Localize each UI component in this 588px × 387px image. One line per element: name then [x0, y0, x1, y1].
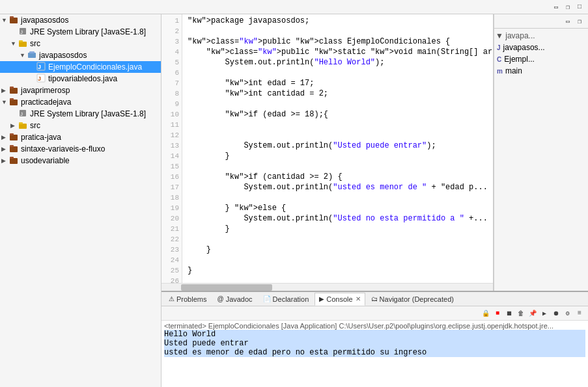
- code-line: [188, 276, 493, 283]
- svg-rect-15: [10, 98, 14, 100]
- line-num: 25: [164, 265, 179, 276]
- code-line: } "kw">else {: [188, 203, 493, 213]
- tab-javadoc[interactable]: @ Javadoc: [212, 293, 257, 306]
- line-num: 10: [164, 109, 179, 120]
- tab-javadoc-label: Javadoc: [226, 295, 253, 303]
- line-num: 19: [164, 203, 179, 213]
- console-terminate-icon[interactable]: ■: [492, 308, 503, 319]
- line-num: 2: [164, 26, 179, 36]
- svg-rect-24: [10, 158, 18, 164]
- console-icon5[interactable]: ≡: [574, 308, 585, 319]
- code-line: [188, 26, 493, 36]
- console-icon4[interactable]: ⚙: [563, 308, 573, 319]
- tab-declaration[interactable]: 📄 Declaration: [259, 293, 314, 306]
- tree-item-src-javapasosdos[interactable]: ▼src: [0, 38, 161, 49]
- outline-item-2[interactable]: mmain: [496, 65, 587, 77]
- tree-item-javaprimerosp[interactable]: ▶javaprimerosp: [0, 85, 161, 96]
- tree-item-pkg-javapasosdos[interactable]: ▼javapasosdos: [0, 49, 161, 61]
- svg-text:J: J: [38, 75, 41, 82]
- tree-label: src: [30, 39, 40, 48]
- outline-icon: C: [497, 56, 501, 63]
- tab-navigator[interactable]: 🗂 Navigator (Deprecated): [367, 293, 458, 306]
- console-terminated-text: <terminated> EjemploCondicionales [Java …: [164, 322, 585, 330]
- line-num: 6: [164, 68, 179, 78]
- console-pin-icon[interactable]: 📌: [527, 308, 538, 319]
- tree-label: javapasosdos: [21, 16, 68, 25]
- tree-label: javaprimerosp: [21, 86, 70, 95]
- tree-icon-project: [9, 85, 20, 96]
- hscroll-thumb[interactable]: [181, 284, 272, 291]
- tab-declaration-label: Declaration: [273, 295, 309, 303]
- right-panel: 1234567891011121314151617181920212223242…: [161, 14, 588, 387]
- tree-item-sintaxe-variaveis[interactable]: ▶sintaxe-variaveis-e-fluxo: [0, 143, 161, 155]
- code-line: }: [188, 224, 493, 234]
- console-icon2[interactable]: ▶: [539, 308, 550, 319]
- editor-content[interactable]: 1234567891011121314151617181920212223242…: [161, 14, 493, 283]
- tree-item-jre-practica[interactable]: JJRE System Library [JavaSE-1.8]: [0, 108, 161, 120]
- line-num: 12: [164, 130, 179, 140]
- line-num: 13: [164, 140, 179, 151]
- code-line: }: [188, 265, 493, 276]
- outline-item-1[interactable]: CEjempl...: [496, 53, 587, 65]
- tree-arrow: ▼: [1, 17, 9, 23]
- code-line: System.out.println("usted es menor de " …: [188, 182, 493, 193]
- console-close-button[interactable]: ✕: [356, 295, 361, 302]
- tree-item-tipovariabledos[interactable]: Jtipovariabledos.java: [0, 73, 161, 85]
- tree-label: JRE System Library [JavaSE-1.8]: [30, 27, 146, 36]
- tree-icon-java: J: [36, 62, 47, 72]
- tree-label: pratica-java: [21, 133, 61, 142]
- tree-arrow: ▶: [1, 157, 9, 164]
- svg-text:J: J: [20, 111, 23, 117]
- console-scroll-lock-icon[interactable]: 🔒: [481, 308, 491, 319]
- tree-item-EjemploCondicionales[interactable]: JEjemploCondicionales.java: [0, 61, 161, 73]
- console-icon3[interactable]: ⏺: [551, 308, 561, 319]
- line-num: 26: [164, 276, 179, 283]
- tree-label: usodevariable: [21, 156, 70, 165]
- tree-arrow: ▶: [10, 122, 18, 129]
- svg-rect-14: [10, 100, 18, 105]
- outline-toolbar-icon1[interactable]: ▭: [563, 16, 573, 27]
- svg-rect-21: [10, 133, 14, 135]
- tree-item-practicadejava[interactable]: ▼practicadejava: [0, 96, 161, 108]
- console-output-line: Hello World: [164, 330, 585, 339]
- tree-icon-jre: J: [18, 27, 29, 37]
- svg-text:J: J: [38, 64, 41, 70]
- tab-problems[interactable]: ⚠ Problems: [164, 293, 211, 306]
- main-area: ▼javapasosdosJJRE System Library [JavaSE…: [0, 14, 588, 387]
- tree-item-javapasosdos[interactable]: ▼javapasosdos: [0, 14, 161, 26]
- svg-rect-25: [10, 157, 14, 159]
- line-num: 24: [164, 255, 179, 265]
- tree-icon-project: [9, 97, 20, 107]
- code-line: }: [188, 245, 493, 255]
- line-num: 3: [164, 36, 179, 47]
- tree-item-jre-javapasosdos[interactable]: JJRE System Library [JavaSE-1.8]: [0, 26, 161, 38]
- line-num: 16: [164, 172, 179, 182]
- maximize-icon[interactable]: □: [574, 2, 585, 12]
- minimize-icon[interactable]: ▭: [551, 2, 561, 12]
- tree-item-pratica-java[interactable]: ▶pratica-java: [0, 131, 161, 143]
- tree-arrow: ▼: [20, 52, 27, 59]
- console-lines: Hello WorldUsted puede entrarusted es me…: [164, 330, 585, 357]
- code-lines[interactable]: "kw">package javapasosdos; "kw">class="k…: [182, 14, 493, 283]
- tree-item-usodevariable[interactable]: ▶usodevariable: [0, 155, 161, 167]
- line-num: 22: [164, 234, 179, 245]
- outline-project-header: ▼ javapa...: [496, 30, 587, 42]
- editor-hscroll[interactable]: [161, 283, 493, 291]
- editor-area: 1234567891011121314151617181920212223242…: [161, 14, 494, 291]
- tree-icon-project: [9, 144, 20, 154]
- outline-label: javapasos...: [503, 43, 545, 52]
- console-disconnect-icon[interactable]: ⏹: [504, 308, 514, 319]
- tree-item-src-practica[interactable]: ▶src: [0, 120, 161, 131]
- line-num: 17: [164, 182, 179, 193]
- problems-icon: ⚠: [169, 295, 175, 302]
- tree-label: src: [30, 121, 40, 130]
- outline-item-0[interactable]: Jjavapasos...: [496, 42, 587, 53]
- console-clear-icon[interactable]: 🗑: [516, 308, 526, 319]
- tab-navigator-label: Navigator (Deprecated): [380, 295, 454, 303]
- tab-console[interactable]: ▶ Console ✕: [315, 293, 365, 306]
- bottom-tabs: ⚠ Problems @ Javadoc 📄 Declaration ▶ Con…: [161, 292, 588, 306]
- line-num: 23: [164, 245, 179, 255]
- outline-toolbar-icon2[interactable]: ❐: [574, 16, 585, 27]
- line-num: 18: [164, 193, 179, 203]
- restore-icon[interactable]: ❐: [563, 2, 573, 12]
